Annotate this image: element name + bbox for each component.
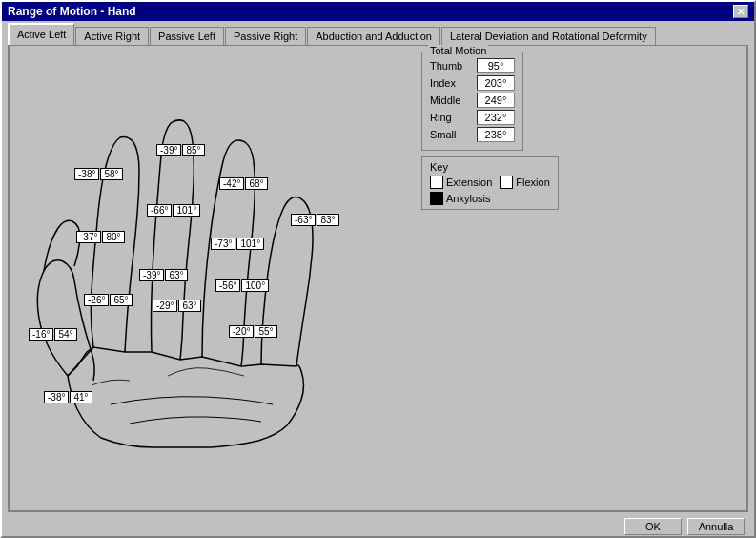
angle-index-3: -26° 65° — [84, 294, 133, 306]
tm-row-index: Index 203° — [430, 75, 515, 91]
tm-ring-value: 232° — [477, 110, 515, 125]
hand-diagram: -38° 58° -37° 80° -26° 65° -39° — [15, 52, 416, 462]
angle-middle-1: -39° 85° — [156, 144, 205, 156]
key-flexion-item: Flexion — [500, 176, 549, 189]
ok-button[interactable]: OK — [624, 518, 682, 535]
title-bar: Range of Motion - Hand ✕ — [2, 2, 754, 21]
tab-bar: Active Left Active Right Passive Left Pa… — [2, 21, 754, 45]
key-box: Key Extension Flexion — [421, 156, 559, 210]
angle-small-1: -63° 83° — [291, 214, 339, 226]
tm-row-ring: Ring 232° — [430, 110, 515, 125]
tm-row-middle: Middle 249° — [430, 93, 515, 108]
key-ankylosis-item: Ankylosis — [430, 192, 550, 205]
angle-ring-3: -56° 100° — [215, 279, 269, 292]
hand-svg — [15, 52, 416, 471]
key-label: Key — [430, 161, 550, 173]
tab-active-left[interactable]: Active Left — [8, 23, 74, 45]
key-ankylosis-rect — [430, 192, 443, 205]
angle-index-2: -37° 80° — [76, 231, 125, 243]
angle-index-1: -38° 58° — [74, 168, 123, 180]
tab-lateral[interactable]: Lateral Deviation and Rotational Deformi… — [441, 27, 656, 45]
key-ankylosis-label: Ankylosis — [446, 193, 490, 204]
angle-middle-4: -29° 63° — [153, 300, 201, 312]
key-extension-label: Extension — [446, 176, 492, 188]
angle-middle-3: -39° 63° — [139, 269, 188, 281]
close-button[interactable]: ✕ — [733, 5, 748, 18]
tab-abduction[interactable]: Abduction and Adduction — [307, 27, 440, 45]
key-flexion-rect — [500, 176, 513, 189]
tab-passive-right[interactable]: Passive Right — [225, 27, 306, 45]
window-title: Range of Motion - Hand — [8, 5, 136, 18]
cancel-button[interactable]: Annulla — [687, 518, 745, 535]
total-motion-label: Total Motion — [428, 45, 488, 56]
angle-thumb-2: -38° 41° — [44, 391, 92, 404]
tm-index-value: 203° — [477, 75, 515, 91]
key-extension-item: Extension — [430, 176, 492, 189]
angle-middle-2: -66° 101° — [147, 204, 200, 217]
key-flexion-label: Flexion — [516, 176, 549, 188]
angle-ring-2: -73° 101° — [211, 238, 264, 250]
tm-row-small: Small 238° — [430, 127, 515, 142]
tab-passive-left[interactable]: Passive Left — [150, 27, 224, 45]
tab-active-right[interactable]: Active Right — [75, 27, 149, 45]
main-content: -38° 58° -37° 80° -26° 65° -39° — [8, 45, 748, 512]
tm-thumb-value: 95° — [477, 58, 515, 73]
angle-ring-1: -42° 68° — [219, 177, 268, 190]
tm-middle-value: 249° — [477, 93, 515, 108]
tm-small-value: 238° — [477, 127, 515, 142]
key-extension-rect — [430, 176, 443, 189]
angle-ring-4: -20° 55° — [229, 325, 277, 338]
main-window: Range of Motion - Hand ✕ Active Left Act… — [0, 0, 756, 538]
tm-row-thumb: Thumb 95° — [430, 58, 515, 73]
footer: OK Annulla — [2, 512, 754, 538]
total-motion-box: Total Motion Thumb 95° Index 203° Middle — [421, 52, 523, 151]
angle-thumb-1: -16° 54° — [29, 328, 77, 341]
